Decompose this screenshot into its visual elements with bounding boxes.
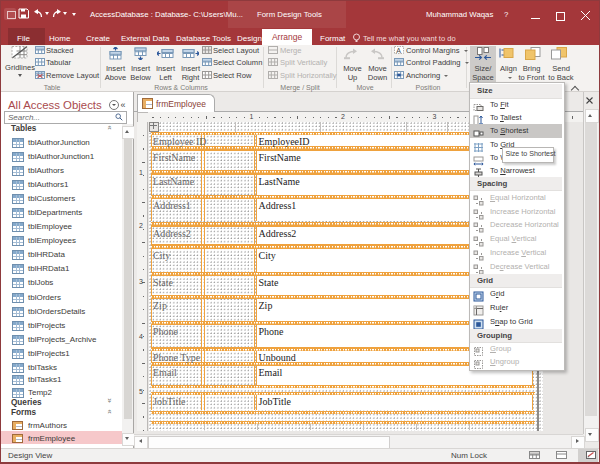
svg-text:A: A: [396, 46, 401, 53]
